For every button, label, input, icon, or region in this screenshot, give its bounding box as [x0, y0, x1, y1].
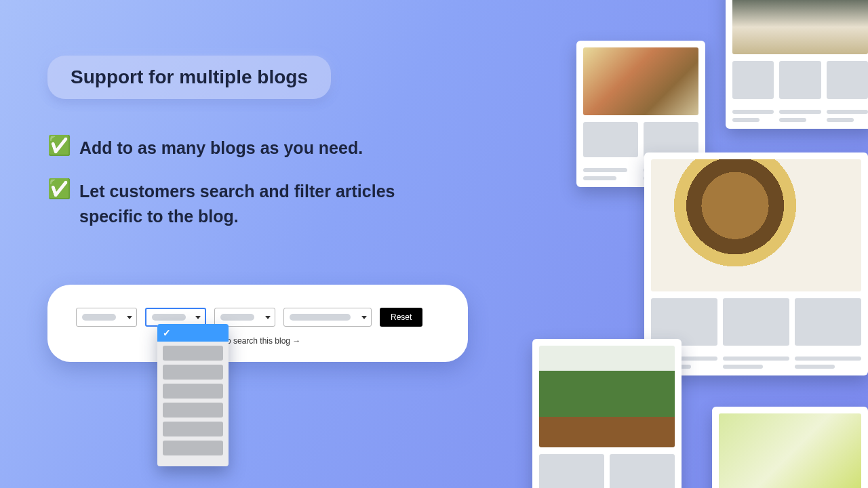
check-icon: ✅ [47, 179, 71, 200]
filter-select-4[interactable] [283, 308, 372, 327]
chevron-down-icon [127, 316, 132, 319]
reset-button[interactable]: Reset [380, 308, 422, 327]
thumb [779, 61, 821, 99]
dropdown-panel: ✓ [157, 324, 229, 466]
chevron-down-icon [361, 316, 367, 319]
thumb [723, 298, 789, 346]
dropdown-option[interactable] [163, 403, 223, 418]
blog-card [712, 407, 868, 488]
placeholder-bar [152, 314, 186, 321]
filter-row: Reset [76, 308, 439, 327]
dropdown-option[interactable] [163, 384, 223, 399]
thumb [732, 61, 774, 99]
placeholder-bar [220, 314, 254, 321]
dropdown-option[interactable] [163, 346, 223, 361]
feature-bullets: ✅ Add to as many blogs as you need. ✅ Le… [47, 136, 454, 247]
bullet-text: Let customers search and filter articles… [79, 179, 454, 228]
chevron-down-icon [265, 316, 271, 319]
check-icon: ✓ [163, 327, 171, 338]
dropdown-option-selected[interactable]: ✓ [157, 324, 229, 342]
check-icon: ✅ [47, 136, 71, 157]
bullet-item: ✅ Add to as many blogs as you need. [47, 136, 454, 160]
placeholder-bar [290, 314, 351, 321]
dropdown-option[interactable] [163, 422, 223, 436]
thumb [610, 454, 675, 488]
page-title: Support for multiple blogs [47, 56, 331, 99]
card-image [719, 413, 861, 488]
chevron-down-icon [195, 316, 201, 319]
placeholder-bar [82, 314, 116, 321]
thumb [795, 298, 861, 346]
card-image [583, 47, 698, 115]
thumb [583, 122, 638, 157]
card-image [732, 0, 868, 54]
filter-select-1[interactable] [76, 308, 137, 327]
dropdown-option[interactable] [163, 441, 223, 455]
bullet-item: ✅ Let customers search and filter articl… [47, 179, 454, 228]
dropdown-option[interactable] [163, 365, 223, 380]
filter-widget: Reset re to search this blog → [47, 285, 468, 362]
blog-card [532, 339, 682, 488]
thumb [539, 454, 604, 488]
card-image [651, 159, 861, 291]
card-image [539, 346, 675, 447]
thumb [827, 61, 868, 99]
bullet-text: Add to as many blogs as you need. [79, 136, 363, 160]
blog-card [726, 0, 868, 129]
search-hint: re to search this blog → [76, 336, 439, 346]
